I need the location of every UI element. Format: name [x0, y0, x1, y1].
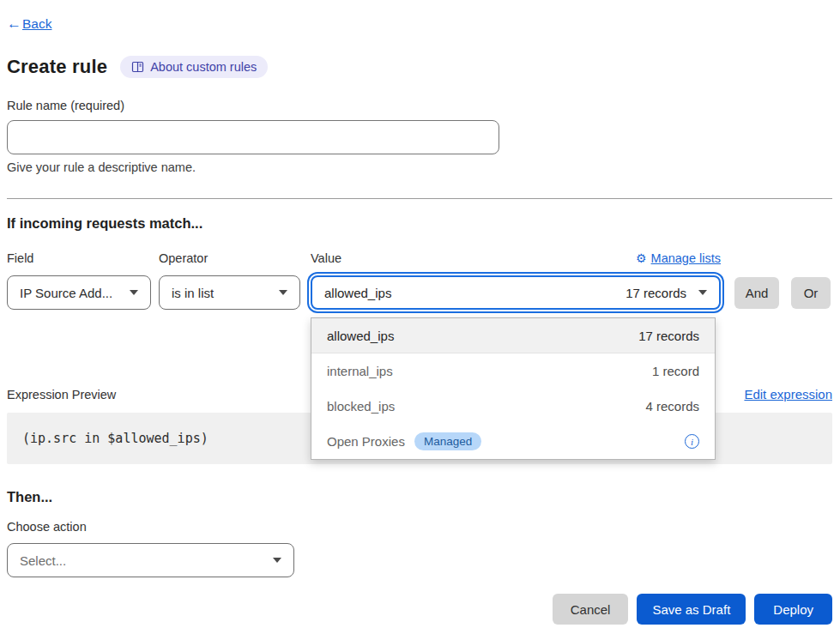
chevron-down-icon	[273, 558, 281, 563]
create-rule-page: ←Back Create rule About custom rules Rul…	[0, 0, 840, 625]
value-label: Value	[311, 251, 341, 265]
list-option-name: allowed_ips	[327, 329, 394, 343]
condition-row: IP Source Add... is in list allowed_ips …	[7, 275, 832, 310]
book-icon	[131, 61, 144, 73]
condition-labels-row: Field Operator Value ⚙ Manage lists	[7, 251, 832, 265]
back-link[interactable]: ←Back	[7, 15, 51, 33]
and-button[interactable]: And	[734, 277, 779, 309]
list-option-open-proxies[interactable]: Open Proxies Managed i	[311, 424, 715, 459]
list-option-name: blocked_ips	[327, 399, 395, 414]
field-select-value: IP Source Add...	[20, 286, 112, 300]
section-divider	[7, 198, 832, 199]
rule-name-input[interactable]	[7, 120, 499, 154]
page-title: Create rule	[7, 56, 107, 78]
deploy-button[interactable]: Deploy	[754, 594, 832, 625]
match-section-title: If incoming requests match...	[7, 215, 832, 232]
operator-select[interactable]: is in list	[159, 275, 300, 310]
page-header: Create rule About custom rules	[7, 56, 832, 78]
manage-lists-link[interactable]: ⚙ Manage lists	[636, 251, 721, 265]
list-option-count: 1 record	[652, 364, 699, 378]
about-custom-rules-link[interactable]: About custom rules	[120, 56, 268, 78]
or-button[interactable]: Or	[791, 277, 831, 309]
chevron-down-icon	[279, 290, 287, 295]
value-select-count: 17 records	[625, 286, 686, 300]
value-select-wrap: allowed_ips 17 records allowed_ips 17 re…	[311, 275, 721, 310]
chevron-down-icon	[698, 290, 707, 295]
back-link-label[interactable]: Back	[22, 16, 51, 32]
list-option-name: Open Proxies	[327, 434, 405, 449]
list-option-blocked-ips[interactable]: blocked_ips 4 records	[311, 389, 715, 424]
list-dropdown-panel: allowed_ips 17 records internal_ips 1 re…	[311, 317, 716, 460]
value-select-name: allowed_ips	[324, 286, 391, 300]
gear-icon: ⚙	[636, 251, 647, 265]
value-select[interactable]: allowed_ips 17 records	[311, 275, 721, 310]
operator-select-value: is in list	[172, 286, 214, 300]
choose-action-label: Choose action	[7, 520, 832, 534]
edit-expression-link[interactable]: Edit expression	[744, 387, 832, 402]
action-select[interactable]: Select...	[7, 543, 294, 577]
chevron-down-icon	[130, 290, 138, 295]
save-as-draft-button[interactable]: Save as Draft	[637, 594, 746, 625]
back-arrow-icon: ←	[7, 15, 21, 33]
list-option-internal-ips[interactable]: internal_ips 1 record	[311, 353, 715, 389]
footer-actions: Cancel Save as Draft Deploy	[7, 594, 832, 625]
list-option-count: 4 records	[645, 399, 699, 414]
rule-name-label: Rule name (required)	[7, 99, 832, 112]
expression-code: (ip.src in $allowed_ips)	[22, 431, 208, 446]
then-section-title: Then...	[7, 489, 832, 505]
field-label: Field	[7, 251, 159, 265]
list-option-allowed-ips[interactable]: allowed_ips 17 records	[311, 318, 715, 353]
field-select[interactable]: IP Source Add...	[7, 275, 151, 310]
about-custom-rules-label: About custom rules	[150, 60, 257, 74]
manage-lists-label[interactable]: Manage lists	[651, 251, 721, 265]
list-option-name: internal_ips	[327, 364, 393, 378]
expression-preview-label: Expression Preview	[7, 388, 116, 402]
operator-label: Operator	[159, 251, 311, 265]
list-option-count: 17 records	[638, 329, 699, 343]
action-select-placeholder: Select...	[20, 553, 66, 568]
info-icon[interactable]: i	[685, 434, 699, 449]
cancel-button[interactable]: Cancel	[553, 594, 629, 625]
rule-name-helper: Give your rule a descriptive name.	[7, 160, 832, 174]
managed-badge: Managed	[414, 432, 481, 450]
